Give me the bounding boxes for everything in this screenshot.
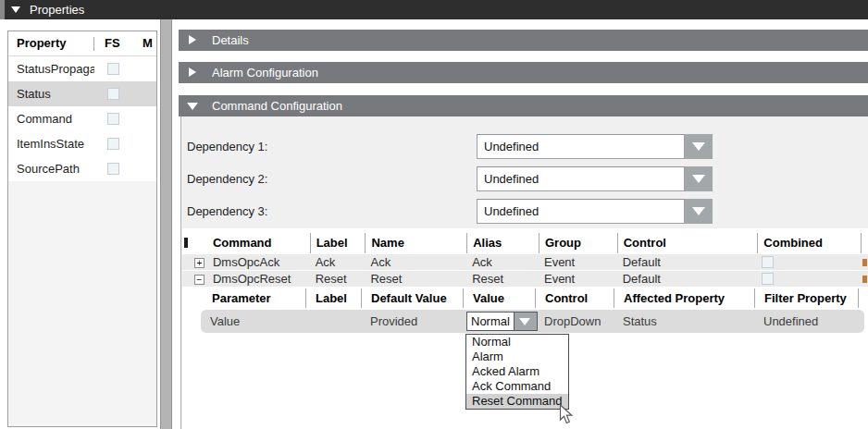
expand-arrow-icon xyxy=(189,35,196,44)
mouse-cursor-icon xyxy=(559,404,574,425)
cell-label: Reset xyxy=(310,271,366,287)
section-command-configuration[interactable]: Command Configuration xyxy=(179,95,868,116)
section-label: Details xyxy=(212,30,249,51)
fs-checkbox[interactable] xyxy=(107,113,119,125)
property-list-header: Property FS M xyxy=(8,31,156,56)
parameter-table-header: Parameter Label Default Value Value Cont… xyxy=(203,288,868,308)
chevron-down-icon xyxy=(692,175,705,183)
value-dropdown[interactable]: Normal xyxy=(466,312,538,331)
clipped-column-header xyxy=(861,233,868,253)
cell-filter-property: Undefined xyxy=(754,310,858,333)
dropdown-arrow-button[interactable] xyxy=(514,313,537,330)
cell-alias: Ack xyxy=(466,254,539,270)
option-reset-command[interactable]: Reset Command xyxy=(466,394,568,409)
clipped-text-fragment xyxy=(862,276,867,283)
header-group[interactable]: Group xyxy=(539,233,617,253)
property-row-statuspropagation[interactable]: StatusPropaga xyxy=(8,56,156,81)
column-header-fs[interactable]: FS xyxy=(105,31,120,55)
cell-group: Event xyxy=(539,254,617,270)
cell-parameter: Value xyxy=(201,310,305,333)
header-filter-property[interactable]: Filter Property xyxy=(754,288,858,308)
header-alias[interactable]: Alias xyxy=(466,233,539,253)
header-affected-property[interactable]: Affected Property xyxy=(614,288,754,308)
property-name: Command xyxy=(17,106,94,131)
command-table-header: Command Label Name Alias Group Control C… xyxy=(182,233,868,253)
option-alarm[interactable]: Alarm xyxy=(466,349,568,364)
chevron-down-icon xyxy=(519,318,530,325)
option-normal[interactable]: Normal xyxy=(466,335,568,349)
expand-arrow-icon xyxy=(189,67,196,77)
fs-checkbox[interactable] xyxy=(107,138,119,150)
section-label: Command Configuration xyxy=(212,95,342,116)
section-alarm-configuration[interactable]: Alarm Configuration xyxy=(179,62,868,83)
dependency3-label: Dependency 3: xyxy=(187,199,267,224)
dependency1-value[interactable]: Undefined xyxy=(477,134,685,159)
cell-alias: Reset xyxy=(466,271,539,287)
clipped-text-fragment xyxy=(862,259,867,266)
cell-name: Ack xyxy=(365,254,466,270)
value-dropdown-text[interactable]: Normal xyxy=(467,313,514,330)
chevron-down-icon xyxy=(692,142,705,151)
header-label[interactable]: Label xyxy=(310,233,366,253)
cell-label: Ack xyxy=(310,254,366,270)
fs-checkbox[interactable] xyxy=(107,163,119,175)
property-name: ItemInsState xyxy=(17,131,94,156)
value-dropdown-list: Normal Alarm Acked Alarm Ack Command Res… xyxy=(465,334,569,410)
header-control[interactable]: Control xyxy=(617,233,758,253)
cell-command: DmsOpcAck xyxy=(207,254,310,270)
fs-checkbox[interactable] xyxy=(107,63,119,75)
option-ack-command[interactable]: Ack Command xyxy=(466,379,568,394)
option-acked-alarm[interactable]: Acked Alarm xyxy=(466,364,568,379)
cell-default-value: Provided xyxy=(361,310,463,333)
chevron-down-icon xyxy=(692,207,705,215)
header-command[interactable]: Command xyxy=(207,233,310,253)
header-parameter[interactable]: Parameter xyxy=(203,288,305,308)
section-details[interactable]: Details xyxy=(179,30,868,51)
property-row-command[interactable]: Command xyxy=(8,106,156,131)
property-name: SourcePath xyxy=(17,156,94,181)
cell-control: DropDown xyxy=(535,310,614,333)
column-divider xyxy=(93,37,94,51)
property-name: StatusPropaga xyxy=(17,56,94,81)
property-name: Status xyxy=(17,81,94,106)
header-label[interactable]: Label xyxy=(305,288,361,308)
command-grid: Command Label Name Alias Group Control C… xyxy=(182,228,868,429)
dropdown-arrow-button[interactable] xyxy=(685,199,713,224)
titlebar-edge xyxy=(0,0,5,19)
header-name[interactable]: Name xyxy=(365,233,466,253)
panel-splitter[interactable] xyxy=(160,19,172,429)
dependency1-label: Dependency 1: xyxy=(187,134,267,159)
cell-label xyxy=(305,310,361,333)
collapse-arrow-icon xyxy=(187,103,198,110)
property-row-sourcepath[interactable]: SourcePath xyxy=(8,156,156,181)
command-row-dmsopcack[interactable]: + DmsOpcAck Ack Ack Ack Event Default xyxy=(182,254,868,270)
cell-name: Reset xyxy=(365,271,466,287)
cell-group: Event xyxy=(539,271,617,287)
collapse-triangle-icon[interactable] xyxy=(11,6,20,13)
fs-checkbox[interactable] xyxy=(107,88,119,100)
dropdown-arrow-button[interactable] xyxy=(685,134,713,159)
cell-control: Default xyxy=(617,254,758,270)
header-value[interactable]: Value xyxy=(463,288,535,308)
dropdown-arrow-button[interactable] xyxy=(685,166,713,191)
collapse-minus-icon[interactable]: − xyxy=(194,275,205,285)
properties-titlebar: Properties xyxy=(0,0,868,19)
property-row-iteminsstate[interactable]: ItemInsState xyxy=(8,131,156,156)
cell-control: Default xyxy=(617,271,758,287)
combined-checkbox[interactable] xyxy=(762,273,774,285)
header-control[interactable]: Control xyxy=(535,288,614,308)
combined-checkbox[interactable] xyxy=(762,256,774,268)
dependency3-value[interactable]: Undefined xyxy=(477,199,685,224)
expand-plus-icon[interactable]: + xyxy=(194,258,205,268)
column-header-property[interactable]: Property xyxy=(17,31,66,55)
command-configuration-content: Dependency 1: Undefined Dependency 2: Un… xyxy=(180,116,868,429)
section-label: Alarm Configuration xyxy=(212,62,318,83)
column-header-m[interactable]: M xyxy=(143,31,153,55)
dependency2-label: Dependency 2: xyxy=(187,166,267,191)
header-combined[interactable]: Combined xyxy=(757,233,861,253)
clipped-column-header xyxy=(858,288,868,308)
header-default-value[interactable]: Default Value xyxy=(361,288,463,308)
property-row-status[interactable]: Status xyxy=(8,81,156,106)
command-row-dmsopcreset[interactable]: − DmsOpcReset Reset Reset Reset Event De… xyxy=(182,271,868,287)
dependency2-value[interactable]: Undefined xyxy=(477,166,685,191)
